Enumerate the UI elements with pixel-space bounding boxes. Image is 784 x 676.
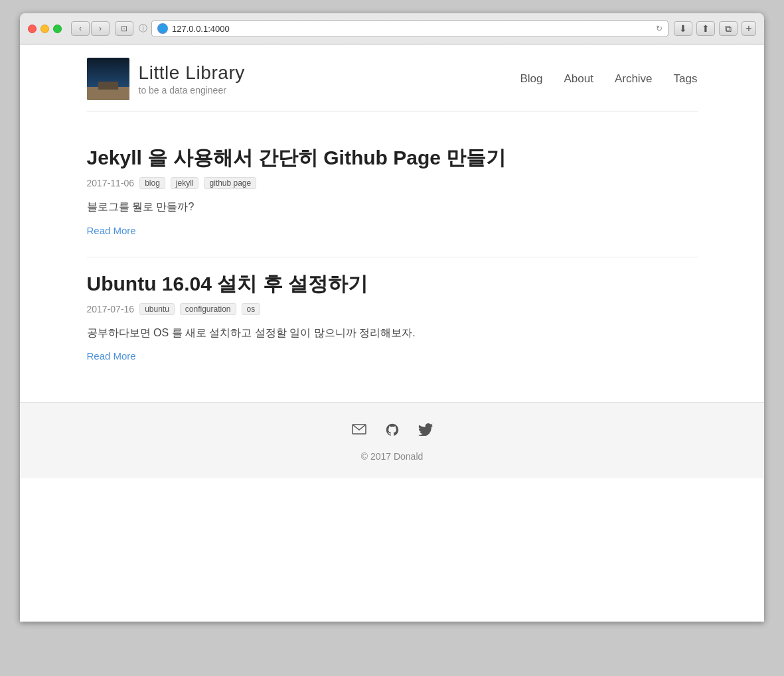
post-tag[interactable]: blog bbox=[139, 177, 165, 189]
site-subtitle: to be a data engineer bbox=[139, 85, 245, 96]
refresh-button[interactable]: ↻ bbox=[656, 24, 663, 33]
nav-tags[interactable]: Tags bbox=[674, 72, 698, 86]
address-bar-container: ⓘ 🌐 127.0.0.1:4000 ↻ bbox=[139, 20, 668, 37]
browser-window: ‹ › ⊡ ⓘ 🌐 127.0.0.1:4000 ↻ ⬇ ⬆ ⧉ + bbox=[20, 13, 764, 622]
twitter-icon[interactable] bbox=[418, 423, 433, 440]
post-tag[interactable]: ubuntu bbox=[139, 303, 175, 315]
post-tag[interactable]: configuration bbox=[180, 303, 236, 315]
post-excerpt: 공부하다보면 OS 를 새로 설치하고 설정할 일이 많으니까 정리해보자. bbox=[87, 324, 698, 342]
post-tag[interactable]: os bbox=[242, 303, 261, 315]
sidebar-button[interactable]: ⊡ bbox=[115, 21, 133, 36]
forward-button[interactable]: › bbox=[91, 21, 110, 36]
download-button[interactable]: ⬇ bbox=[674, 21, 692, 36]
post-title: Jekyll 을 사용해서 간단히 Github Page 만들기 bbox=[87, 145, 698, 170]
browser-content: Little Library to be a data engineer Blo… bbox=[20, 44, 764, 622]
new-tab-button[interactable]: + bbox=[742, 21, 756, 36]
site-title: Little Library bbox=[139, 62, 245, 84]
browser-actions: ⬇ ⬆ ⧉ + bbox=[674, 21, 756, 36]
nav-blog[interactable]: Blog bbox=[520, 72, 542, 86]
footer-icons bbox=[20, 423, 764, 440]
close-button[interactable] bbox=[28, 25, 37, 33]
traffic-lights bbox=[28, 25, 62, 33]
nav-archive[interactable]: Archive bbox=[615, 72, 653, 86]
address-bar[interactable]: 🌐 127.0.0.1:4000 ↻ bbox=[151, 20, 668, 37]
address-text: 127.0.0.1:4000 bbox=[172, 24, 652, 34]
footer-copyright: © 2017 Donald bbox=[20, 451, 764, 462]
browser-titlebar: ‹ › ⊡ ⓘ 🌐 127.0.0.1:4000 ↻ ⬇ ⬆ ⧉ + bbox=[20, 13, 764, 44]
site-nav: Blog About Archive Tags bbox=[520, 72, 697, 86]
site-title-group: Little Library to be a data engineer bbox=[139, 62, 245, 96]
post-tag[interactable]: github page bbox=[204, 177, 256, 189]
site-footer: © 2017 Donald bbox=[20, 402, 764, 478]
post-tag[interactable]: jekyll bbox=[171, 177, 199, 189]
site-wrapper: Little Library to be a data engineer Blo… bbox=[74, 44, 711, 402]
email-icon[interactable] bbox=[352, 423, 366, 440]
post-meta: 2017-11-06 blog jekyll github page bbox=[87, 177, 698, 189]
github-icon[interactable] bbox=[385, 423, 400, 440]
minimize-button[interactable] bbox=[40, 25, 49, 33]
post-item: Jekyll 을 사용해서 간단히 Github Page 만들기 2017-1… bbox=[87, 131, 698, 257]
read-more-link[interactable]: Read More bbox=[87, 225, 136, 236]
info-icon[interactable]: ⓘ bbox=[139, 23, 147, 34]
main-content: Jekyll 을 사용해서 간단히 Github Page 만들기 2017-1… bbox=[87, 111, 698, 402]
windows-button[interactable]: ⧉ bbox=[719, 21, 738, 36]
site-brand[interactable]: Little Library to be a data engineer bbox=[87, 58, 245, 100]
site-header: Little Library to be a data engineer Blo… bbox=[87, 44, 698, 111]
nav-buttons: ‹ › bbox=[71, 21, 110, 36]
post-item: Ubuntu 16.04 설치 후 설정하기 2017-07-16 ubuntu… bbox=[87, 257, 698, 383]
site-logo bbox=[87, 58, 129, 100]
read-more-link[interactable]: Read More bbox=[87, 350, 136, 362]
post-excerpt: 블로그를 뭘로 만들까? bbox=[87, 198, 698, 216]
maximize-button[interactable] bbox=[53, 25, 62, 33]
globe-icon: 🌐 bbox=[157, 23, 168, 34]
share-button[interactable]: ⬆ bbox=[696, 21, 715, 36]
post-date: 2017-11-06 bbox=[87, 178, 135, 188]
post-meta: 2017-07-16 ubuntu configuration os bbox=[87, 303, 698, 315]
nav-about[interactable]: About bbox=[564, 72, 593, 86]
post-title: Ubuntu 16.04 설치 후 설정하기 bbox=[87, 271, 698, 297]
back-button[interactable]: ‹ bbox=[71, 21, 90, 36]
post-date: 2017-07-16 bbox=[87, 304, 135, 314]
